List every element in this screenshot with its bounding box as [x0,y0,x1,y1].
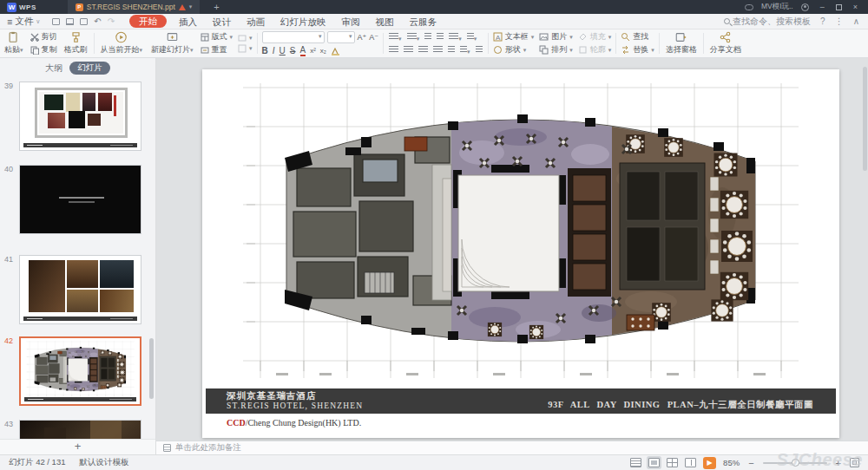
numbering-button[interactable]: ▾ [407,32,420,42]
replace-button[interactable]: 替换▾ [621,44,654,55]
wps-logo[interactable]: W WPS [0,0,43,14]
underline-button[interactable]: U [279,46,286,55]
canvas-scrollbar[interactable] [863,67,867,171]
tab-home[interactable]: 开始 [129,15,167,28]
find-button[interactable]: 查找 [621,31,654,42]
command-search[interactable]: 查找命令、搜索模板 [724,16,811,28]
font-name-select[interactable] [262,31,325,43]
preview-icon[interactable] [80,18,88,25]
copy-button[interactable]: 复制 [30,44,57,55]
sidebar-scrollbar[interactable] [149,338,154,399]
slide-number: 41 [4,255,18,264]
normal-view-icon[interactable] [648,458,660,467]
document-tab[interactable]: P ST.REGIS SHENZHEN.ppt ▾ [68,0,201,14]
arrange-button[interactable]: 排列▾ [539,44,573,55]
wps-logo-icon: W [7,3,16,12]
bold-button[interactable]: B [262,46,268,55]
text-direction-button[interactable]: ▾ [449,32,462,42]
decrease-font-button[interactable]: A⁻ [369,33,378,42]
file-menu[interactable]: ≡ 文件 ∨ [0,16,47,28]
cut-button[interactable]: 剪切 [30,31,57,42]
strikethrough-button[interactable]: S [290,46,296,55]
justify-button[interactable] [433,46,443,54]
slide-thumbnail-43[interactable] [19,420,141,439]
line-spacing-button[interactable]: ▾ [460,45,470,55]
shapes-button[interactable]: 形状▾ [493,44,535,55]
new-tab-button[interactable]: + [208,2,224,12]
help-icon[interactable]: ? [820,16,825,26]
chevron-down-icon: ∨ [36,18,40,25]
close-button[interactable]: × [850,3,861,11]
tab-review[interactable]: 审阅 [334,14,368,29]
subscript-button[interactable]: x₂ [320,47,326,55]
slide-thumbnail-40[interactable] [19,165,141,234]
current-slide[interactable]: 深圳京基圣瑞吉酒店 ST.REGIS HOTEL, SHENZHEN 93F A… [202,69,839,438]
highlight-button[interactable] [331,46,340,55]
tab-slideshow[interactable]: 幻灯片放映 [273,14,334,29]
align-left-button[interactable] [389,46,398,54]
increase-font-button[interactable]: A⁺ [358,33,367,42]
save-icon[interactable] [52,18,60,25]
kebab-menu-icon[interactable]: ⋮ [835,16,844,26]
superscript-button[interactable]: x² [310,47,316,55]
tab-slides[interactable]: 幻灯片 [69,62,110,75]
tab-view[interactable]: 视图 [368,14,402,29]
distribute-button[interactable] [448,46,455,54]
slide-thumbnail-39[interactable] [19,82,141,151]
notes-bar[interactable]: 单击此处添加备注 [156,441,868,454]
slide-canvas[interactable]: 深圳京基圣瑞吉酒店 ST.REGIS HOTEL, SHENZHEN 93F A… [156,58,868,441]
tab-insert[interactable]: 插入 [171,14,205,29]
selection-pane-button[interactable]: 选择窗格 [661,29,701,57]
zoom-level[interactable]: 85% [723,458,740,467]
font-size-select[interactable] [327,31,355,43]
format-painter-button[interactable]: 格式刷 [60,29,92,57]
template-name[interactable]: 默认设计模板 [79,457,128,468]
outline-button[interactable]: 轮廓▾ [578,44,612,55]
slideshow-play-button[interactable]: ▶ [703,457,716,469]
play-from-current-button[interactable]: 从当前开始▾ [96,29,148,57]
reading-view-icon[interactable] [685,458,696,467]
user-name[interactable]: MV模I玩.. [761,2,793,12]
tab-design[interactable]: 设计 [205,14,239,29]
photo-collage [29,260,134,312]
slide-sorter-icon[interactable] [667,458,678,467]
italic-button[interactable]: I [273,46,275,55]
slide-thumbnail-42-selected[interactable] [19,336,141,406]
reset-button[interactable]: 重置 [201,44,233,55]
bullets-button[interactable]: ▾ [389,32,402,42]
fill-button[interactable]: 填充▾ [578,31,612,42]
maximize-button[interactable] [836,4,842,10]
tab-outline[interactable]: 大纲 [45,62,62,75]
paste-button[interactable]: 粘贴▾ [0,29,28,57]
paragraph-settings-button[interactable] [476,46,483,54]
notes-toggle-icon[interactable] [630,458,641,467]
slide-thumbnail-41[interactable] [19,255,141,324]
slide-panel: 大纲 幻灯片 39 40 41 [0,58,156,454]
share-document-button[interactable]: 分享文档 [706,29,746,57]
font-color-button[interactable]: A [300,45,306,56]
add-slide-button[interactable]: + [0,439,155,454]
layout-button[interactable]: 版式▾ [201,31,233,42]
tab-cloud[interactable]: 云服务 [402,14,445,29]
zoom-out-button[interactable]: − [746,458,755,468]
tab-animation[interactable]: 动画 [239,14,273,29]
increase-indent-button[interactable] [437,33,444,41]
avatar[interactable] [801,3,809,11]
redo-icon[interactable]: ↷ [108,16,115,26]
collapse-ribbon-icon[interactable]: ∧ [853,16,859,26]
chevron-down-icon[interactable]: ▾ [189,3,193,10]
new-slide-button[interactable]: 新建幻灯片▾ [147,29,198,57]
undo-icon[interactable]: ↶ [94,16,101,26]
watermark: SJCheese [776,450,863,470]
slide-size-button[interactable]: ▾ [238,44,253,53]
align-right-button[interactable] [418,46,428,54]
print-icon[interactable] [66,18,74,25]
align-center-button[interactable] [404,46,413,54]
decrease-indent-button[interactable] [424,33,431,41]
picture-button[interactable]: 图片▾ [539,31,573,42]
cloud-sync-icon[interactable] [745,4,753,10]
section-button[interactable]: ▾ [238,34,253,42]
textbox-button[interactable]: A文本框▾ [493,31,535,42]
minimize-button[interactable]: – [817,3,828,11]
columns-button[interactable]: ▾ [467,32,477,42]
